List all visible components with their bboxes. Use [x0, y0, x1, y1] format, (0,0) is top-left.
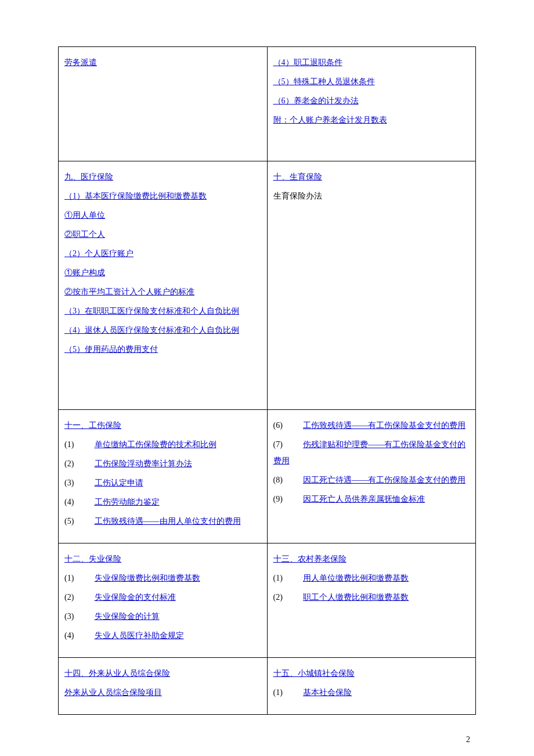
list-item: ①账户构成: [64, 265, 261, 281]
toc-link[interactable]: （4）职工退职条件: [273, 58, 342, 67]
cell-unemployment-insurance: 十二、失业保险 (1) 失业保险缴费比例和缴费基数 (2) 失业保险金的支付标准…: [59, 543, 268, 658]
item-number: (1): [273, 570, 301, 586]
toc-link[interactable]: 十、生育保险: [273, 172, 322, 181]
toc-link[interactable]: 九、医疗保险: [64, 172, 113, 181]
toc-link[interactable]: 工伤保险浮动费率计算办法: [95, 459, 192, 468]
cell-migrant-workers-insurance: 十四、外来从业人员综合保险 外来从业人员综合保险项目: [59, 658, 268, 715]
toc-link[interactable]: （6）养老金的计发办法: [273, 96, 359, 105]
list-item: （6）养老金的计发办法: [273, 93, 470, 109]
item-number: (2): [64, 589, 92, 606]
item-number: (5): [64, 513, 92, 530]
table-row: 九、医疗保险 （1）基本医疗保险缴费比例和缴费基数 ①用人单位 ②职工个人 （2…: [59, 161, 476, 410]
list-item: (2) 职工个人缴费比例和缴费基数: [273, 589, 470, 606]
toc-link[interactable]: 因工死亡人员供养亲属抚恤金标准: [303, 495, 425, 503]
toc-link[interactable]: 附：个人账户养老金计发月数表: [273, 116, 387, 124]
list-item: (8) 因工死亡待遇——有工伤保险基金支付的费用: [273, 472, 470, 488]
toc-link[interactable]: 失业保险金的支付标准: [95, 593, 176, 602]
item-number: (2): [64, 456, 92, 472]
list-item: ①用人单位: [64, 207, 261, 224]
toc-link[interactable]: 外来从业人员综合保险项目: [64, 688, 162, 697]
toc-link[interactable]: （5）特殊工种人员退休条件: [273, 77, 375, 86]
table-row: 十四、外来从业人员综合保险 外来从业人员综合保险项目 十五、小城镇社会保险 (1…: [59, 658, 476, 715]
item-number: (6): [273, 417, 301, 434]
toc-link[interactable]: 用人单位缴费比例和缴费基数: [303, 574, 409, 582]
toc-link[interactable]: （3）在职职工医疗保险支付标准和个人自负比例: [64, 307, 239, 315]
toc-link[interactable]: 十五、小城镇社会保险: [273, 669, 355, 678]
list-item: (3) 工伤认定申请: [64, 475, 261, 491]
list-item: (1) 单位缴纳工伤保险费的技术和比例: [64, 437, 261, 453]
toc-link[interactable]: （4）退休人员医疗保险支付标准和个人自负比例: [64, 326, 239, 334]
section-title: 十一、工伤保险: [64, 417, 261, 434]
toc-link[interactable]: 十二、失业保险: [64, 555, 121, 563]
cell-maternity-insurance: 十、生育保险 生育保险办法: [267, 161, 476, 410]
toc-link[interactable]: 十三、农村养老保险: [273, 555, 347, 563]
section-title: 十五、小城镇社会保险: [273, 665, 470, 682]
toc-link[interactable]: 工伤致残待遇——由用人单位支付的费用: [95, 517, 241, 525]
toc-link[interactable]: 劳务派遣: [64, 58, 97, 67]
cell-rural-pension: 十三、农村养老保险 (1) 用人单位缴费比例和缴费基数 (2) 职工个人缴费比例…: [267, 543, 476, 658]
toc-link[interactable]: 失业人员医疗补助金规定: [95, 631, 184, 640]
list-item: (9) 因工死亡人员供养亲属抚恤金标准: [273, 491, 470, 507]
toc-link[interactable]: ①用人单位: [64, 211, 105, 219]
toc-link[interactable]: （2）个人医疗账户: [64, 249, 134, 258]
list-item: (1) 用人单位缴费比例和缴费基数: [273, 570, 470, 586]
list-item: (1) 失业保险缴费比例和缴费基数: [64, 570, 261, 586]
item-number: (4): [64, 494, 92, 510]
toc-link[interactable]: 失业保险缴费比例和缴费基数: [95, 574, 200, 582]
item-number: (3): [64, 475, 92, 491]
toc-link[interactable]: 伤残津贴和护理费——有工伤保险基金支付的费用: [273, 440, 466, 465]
list-item: 生育保险办法: [273, 188, 470, 204]
table-row: 十二、失业保险 (1) 失业保险缴费比例和缴费基数 (2) 失业保险金的支付标准…: [59, 543, 476, 658]
item-number: (7): [273, 437, 301, 453]
list-item: （5）特殊工种人员退休条件: [273, 74, 470, 90]
toc-link[interactable]: 十四、外来从业人员综合保险: [64, 669, 170, 678]
toc-link[interactable]: 工伤劳动能力鉴定: [95, 498, 160, 506]
toc-link[interactable]: 失业保险金的计算: [95, 612, 160, 621]
list-item: (1) 基本社会保险: [273, 685, 470, 701]
list-item: (2) 工伤保险浮动费率计算办法: [64, 456, 261, 472]
item-number: (8): [273, 472, 301, 488]
toc-table: 劳务派遣 （4）职工退职条件 （5）特殊工种人员退休条件 （6）养老金的计发办法…: [58, 46, 476, 715]
section-title: 九、医疗保险: [64, 169, 261, 185]
list-item: （5）使用药品的费用支付: [64, 341, 261, 358]
list-item: （2）个人医疗账户: [64, 246, 261, 262]
cell-medical-insurance: 九、医疗保险 （1）基本医疗保险缴费比例和缴费基数 ①用人单位 ②职工个人 （2…: [59, 161, 268, 410]
list-item: (4) 工伤劳动能力鉴定: [64, 494, 261, 510]
list-item: （1）基本医疗保险缴费比例和缴费基数: [64, 188, 261, 204]
document-page: 劳务派遣 （4）职工退职条件 （5）特殊工种人员退休条件 （6）养老金的计发办法…: [0, 0, 534, 756]
list-item: 附：个人账户养老金计发月数表: [273, 112, 470, 128]
list-item: (7) 伤残津贴和护理费——有工伤保险基金支付的费用: [273, 437, 470, 469]
page-number: 2: [466, 735, 470, 744]
toc-link[interactable]: 因工死亡待遇——有工伤保险基金支付的费用: [303, 476, 466, 484]
toc-link[interactable]: 职工个人缴费比例和缴费基数: [303, 593, 409, 602]
toc-link[interactable]: ①账户构成: [64, 268, 105, 277]
toc-link[interactable]: 工伤致残待遇——有工伤保险基金支付的费用: [303, 421, 466, 430]
toc-link[interactable]: 十一、工伤保险: [64, 421, 121, 430]
list-item: (4) 失业人员医疗补助金规定: [64, 628, 261, 644]
cell-retirement-continued: （4）职工退职条件 （5）特殊工种人员退休条件 （6）养老金的计发办法 附：个人…: [267, 47, 476, 161]
toc-link[interactable]: （1）基本医疗保险缴费比例和缴费基数: [64, 192, 207, 200]
item-number: (4): [64, 628, 92, 644]
item-number: (9): [273, 491, 301, 507]
section-title: 十三、农村养老保险: [273, 551, 470, 567]
toc-link[interactable]: 基本社会保险: [303, 688, 352, 697]
toc-link[interactable]: （5）使用药品的费用支付: [64, 345, 158, 354]
section-title: 十、生育保险: [273, 169, 470, 185]
toc-link[interactable]: 工伤认定申请: [95, 478, 143, 487]
toc-link[interactable]: ②职工个人: [64, 230, 105, 239]
list-item: 劳务派遣: [64, 55, 261, 71]
list-item: ②按市平均工资计入个人账户的标准: [64, 284, 261, 300]
item-number: (1): [64, 437, 92, 453]
item-number: (1): [64, 570, 92, 586]
list-item: (2) 失业保险金的支付标准: [64, 589, 261, 606]
toc-link[interactable]: ②按市平均工资计入个人账户的标准: [64, 287, 194, 296]
cell-labor-dispatch: 劳务派遣: [59, 47, 268, 161]
item-number: (3): [64, 609, 92, 625]
section-title: 十四、外来从业人员综合保险: [64, 665, 261, 682]
item-number: (2): [273, 589, 301, 606]
list-item: 外来从业人员综合保险项目: [64, 685, 261, 701]
table-row: 十一、工伤保险 (1) 单位缴纳工伤保险费的技术和比例 (2) 工伤保险浮动费率…: [59, 410, 476, 543]
list-item: (3) 失业保险金的计算: [64, 609, 261, 625]
cell-work-injury-continued: (6) 工伤致残待遇——有工伤保险基金支付的费用 (7) 伤残津贴和护理费——有…: [267, 410, 476, 543]
toc-link[interactable]: 单位缴纳工伤保险费的技术和比例: [95, 440, 217, 449]
